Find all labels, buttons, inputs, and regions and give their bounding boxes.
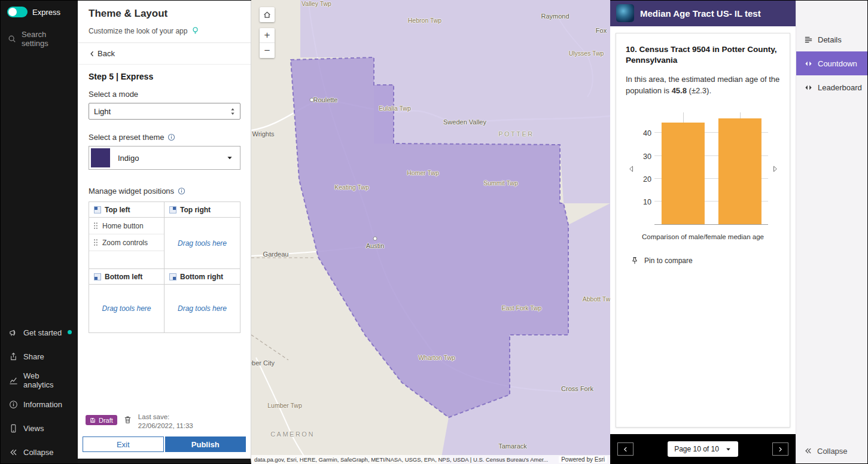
sidebar-item-web-analytics[interactable]: Web analytics [0,368,78,392]
map-attribution-bar: data.pa.gov, Esri, HERE, Garmin, SafeGra… [251,455,610,464]
home-button[interactable] [260,7,275,22]
sidebar-item-label: Collapse [23,448,54,457]
select-stepper-icon [230,108,235,115]
info-icon [9,400,18,409]
bottom-left-position-icon [94,273,101,280]
publish-button[interactable]: Publish [165,436,246,452]
top-left-position-icon [94,206,101,213]
bar-female [718,118,761,224]
top-right-dropzone[interactable]: Drag tools here [165,218,240,269]
search-icon [8,35,16,43]
app-tools-rail: DetailsCountdownLeaderboard Collapse [796,0,868,464]
next-page-button[interactable] [772,442,788,456]
bottom-left-dropzone[interactable]: Drag tools here [89,285,165,332]
home-icon [263,10,272,19]
theme-select[interactable]: Indigo [89,146,240,170]
widget-position-grid: Top left Top right Home buttonZoom contr… [89,202,240,333]
settings-subtitle: Customize the look of your app [89,27,187,35]
pin-to-compare-button[interactable]: Pin to compare [626,256,696,265]
info-icon[interactable] [178,187,185,195]
theme-swatch [91,148,110,167]
theme-label: Select a preset theme [89,133,164,142]
chart-y-axis: 10203040 [638,112,654,225]
express-label: Express [32,8,60,17]
chart-caption: Comparison of male/female median age [626,233,780,240]
bar-chart: 10203040 [638,112,768,225]
top-left-header: Top left [89,202,165,218]
bottom-right-position-icon [169,273,176,280]
page-title: Theme & Layout [89,8,240,20]
map-canvas[interactable] [251,0,610,464]
sidebar-item-collapse[interactable]: Collapse [0,440,78,464]
panel-tab-countdown[interactable]: Countdown [796,51,868,75]
mode-select-value: Light [94,107,111,116]
express-toggle-row: Express [0,0,78,23]
step-title: Step 5 | Express [89,72,240,81]
sidebar-item-label: Information [23,400,62,409]
widget-tool-zoom-controls[interactable]: Zoom controls [89,234,164,251]
top-right-position-icon [169,206,176,213]
last-save-label: Last save: [138,413,169,420]
sidebar-spacer [0,55,78,320]
chart-ytick: 10 [643,198,651,206]
map-view[interactable]: Valley TwpHebron TwpRaymondFoxUlysses Tw… [251,0,610,464]
sidebar-item-label: Share [23,352,44,361]
chart-prev-button[interactable] [626,165,636,173]
chevron-left-icon [89,50,96,57]
search-settings-label: Search settings [22,30,70,48]
zoom-in-button[interactable]: + [260,28,275,43]
delete-draft-button[interactable] [123,415,132,425]
pagination-bar: Page 10 of 10 [610,434,796,464]
save-icon [90,417,96,423]
widget-positions-label: Manage widget positions [89,187,174,196]
sidebar-item-share[interactable]: Share [0,344,78,368]
bar-male [661,123,704,224]
drag-handle-icon[interactable] [93,222,98,230]
chart-next-button[interactable] [769,165,780,173]
back-button[interactable]: Back [78,43,251,65]
last-save-value: 22/06/2022, 11:33 [138,422,193,429]
sidebar-item-information[interactable]: Information [0,392,78,416]
bottom-left-label: Bottom left [105,273,142,281]
details-icon [804,35,813,44]
drag-handle-icon[interactable] [93,239,98,246]
chevron-down-icon [226,154,238,161]
info-icon[interactable] [167,133,175,141]
sidebar-item-label: Get started [23,328,62,337]
mode-select[interactable]: Light [89,103,240,120]
sidebar-item-get-started[interactable]: Get started [0,320,78,344]
builder-sidebar: Express Search settings Get startedShare… [0,0,78,464]
collapse-rail-button[interactable]: Collapse [796,438,868,464]
widget-tool-home-button[interactable]: Home button [89,218,164,234]
mode-label: Select a mode [89,90,240,99]
zoom-out-button[interactable]: − [260,43,275,58]
collapse-rail-label: Collapse [817,447,848,456]
panel-tab-label: Leaderboard [818,83,862,92]
sidebar-item-views[interactable]: Views [0,416,78,440]
app-window: Express Search settings Get startedShare… [0,0,868,464]
top-right-label: Top right [180,206,211,214]
exit-button[interactable]: Exit [83,436,164,452]
search-settings[interactable]: Search settings [0,23,78,55]
express-toggle[interactable] [7,7,28,17]
device-icon [9,424,18,433]
bottom-right-label: Bottom right [180,273,223,281]
draft-status-badge: Draft [86,415,117,425]
settings-header: Theme & Layout Customize the look of you… [78,0,251,43]
top-left-tools-cell: Home buttonZoom controls [89,218,165,269]
megaphone-icon [9,328,18,337]
previous-page-button[interactable] [617,442,634,456]
bar-chart-plot [654,112,768,225]
panel-tab-leaderboard[interactable]: Leaderboard [796,75,868,99]
panel-tab-details[interactable]: Details [796,28,868,51]
page-select[interactable]: Page 10 of 10 [668,441,738,457]
pin-icon [631,257,639,265]
tract-summary: In this area, the estimated median age o… [626,74,780,97]
pin-label: Pin to compare [644,257,693,265]
collapse-icon [9,448,18,457]
bottom-right-dropzone[interactable]: Drag tools here [165,285,240,332]
top-left-label: Top left [105,206,130,214]
chart-ytick: 30 [643,152,651,161]
app-thumbnail [616,4,634,22]
settings-panel: Theme & Layout Customize the look of you… [78,0,251,464]
